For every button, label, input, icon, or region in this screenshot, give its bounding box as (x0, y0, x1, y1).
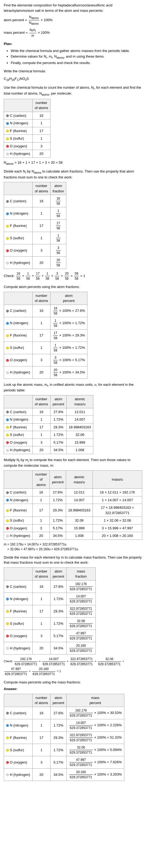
element-nitrogen: N (nitrogen) (4, 416, 33, 424)
sulfur-atom-pct: 1.72% (50, 431, 66, 439)
fluorine-atom-pct: 29.3% (50, 504, 66, 517)
carbon-atoms: 16 (32, 195, 50, 207)
hydrogen-atom-pct: 34.5% (50, 532, 66, 540)
fraction-check: Check: 1658 + 158 + 1758 + 158 + 358 + 2… (4, 271, 142, 281)
mass-fraction-table: numberof atoms atompercent massfraction … (4, 567, 96, 654)
mass-percent-formula: mass percent = Nimim × 100% (4, 28, 142, 38)
sulfur-atom-pct: 1.72% (50, 744, 66, 756)
col-header-mass-percent: masspercent (67, 694, 124, 707)
molecular-mass-total: m = 192.176u + 14.007u + 322.972853771u … (4, 542, 142, 552)
element-hydrogen: H (hydrogen) (4, 532, 33, 540)
carbon-atoms: 16 (32, 707, 50, 719)
atom-percent-formula: atom percent = NatomsNatoms × 100% (4, 15, 142, 26)
element-hydrogen: H (hydrogen) (4, 768, 33, 781)
intro-text: Find the elemental composition for hepta… (4, 3, 142, 38)
nitrogen-mass-frac: 14.007629.372853771 (67, 593, 96, 605)
table-row: H (hydrogen) 20 2058 × 100% = 34.5% (4, 366, 87, 378)
sulfur-atoms: 1 (32, 617, 50, 629)
hydrogen-mass: 1.008 (67, 446, 93, 454)
carbon-mass-u: 16 × 12.011 = 192.176 (93, 489, 142, 496)
element-fluorine: F (fluorine) (4, 504, 33, 517)
table-row: S (sulfur) 1 1.72% 32.06 (4, 431, 93, 439)
hydrogen-mass-frac: 20.160629.372853771 (67, 642, 96, 654)
sulfur-mass-pct: 32.06629.372853771 × 100% = 5.094% (67, 744, 124, 756)
table-row: N (nitrogen) 1 1.72% 14.007629.372853771… (4, 719, 124, 732)
molecular-mass-section: Multiply Ni by mi to compute the mass fo… (4, 457, 142, 552)
write-formula-label: Write the chemical formula: (4, 69, 142, 74)
element-fluorine: F (fluorine) (4, 127, 33, 135)
element-hydrogen: H (hydrogen) (4, 642, 33, 654)
sulfur-atoms: 1 (32, 744, 50, 756)
chemical-formula: C16H20F17NO3S (4, 76, 142, 82)
carbon-atom-pct: 27.6% (50, 489, 66, 496)
atom-fraction-table: numberof atoms atomfraction C (carbon) 1… (4, 182, 66, 269)
element-oxygen: O (oxygen) (4, 629, 33, 642)
nitrogen-atoms: 1 (32, 719, 50, 732)
plan-step-2: Determine values for Ni, mi, Natoms, and… (11, 54, 142, 60)
table-row: S (sulfur) 1 1.72% 32.06629.372853771 (4, 617, 96, 629)
element-oxygen: O (oxygen) (4, 244, 33, 257)
nitrogen-atom-pct: 1.72% (50, 719, 66, 732)
element-fluorine: F (fluorine) (4, 329, 33, 342)
sulfur-atom-pct: 1.72% (50, 617, 66, 629)
fluorine-fraction: 1758 (50, 220, 66, 232)
element-oxygen: O (oxygen) (4, 354, 33, 366)
hydrogen-atoms: 20 (32, 768, 50, 781)
fluorine-atoms: 17 (32, 127, 50, 135)
table-row: F (fluorine) 17 (4, 127, 50, 135)
oxygen-atom-pct: 5.17% (50, 524, 66, 532)
oxygen-atom-percent: 358 × 100% = 5.17% (50, 354, 87, 366)
table-row: C (carbon) 16 27.6% 192.176629.372853771 (4, 580, 96, 593)
element-fluorine: F (fluorine) (4, 732, 33, 744)
fluorine-atoms: 17 (32, 732, 50, 744)
table-row: F (fluorine) 17 29.3% 322.972853771629.3… (4, 732, 124, 744)
chemical-formula-section: Write the chemical formula: C16H20F17NO3… (4, 69, 142, 82)
table-row: O (oxygen) 3 358 × 100% = 5.17% (4, 354, 87, 366)
plan-section: Plan: Write the chemical formula and gat… (4, 41, 142, 65)
oxygen-atoms: 3 (32, 439, 50, 446)
oxygen-atomic-mass: 15.999 (66, 524, 93, 532)
nitrogen-mass-u: 1 × 14.007 = 14.007 (93, 496, 142, 504)
plan-step-3: Finally, compute the percents and check … (11, 60, 142, 66)
oxygen-atoms: 3 (32, 244, 50, 257)
nitrogen-mass-pct: 14.007629.372853771 × 100% = 2.226% (67, 719, 124, 732)
col-header-element (4, 99, 33, 112)
table-row: N (nitrogen) 1 1.72% 14.007 1 × 14.007 =… (4, 496, 142, 504)
oxygen-atoms: 3 (32, 756, 50, 768)
col-header-percent: atompercent (50, 292, 87, 305)
element-nitrogen: N (nitrogen) (4, 317, 33, 329)
nitrogen-atomic-mass: 14.007 (66, 496, 93, 504)
sulfur-atoms: 1 (32, 232, 50, 244)
table-row: O (oxygen) 3 358 (4, 244, 66, 257)
plan-list: Write the chemical formula and gather at… (6, 48, 142, 66)
sulfur-atom-pct: 1.72% (50, 517, 66, 525)
mass-fraction-section: Divide the mass for each element by m to… (4, 555, 142, 677)
mass-percent-section: Compute mass percents using the mass fra… (4, 680, 142, 781)
col-header-atom-percent: atompercent (50, 395, 66, 408)
carbon-mass-pct: 192.176629.372853771 × 100% = 30.53% (67, 707, 124, 719)
hydrogen-atomic-mass: 1.008 (66, 532, 93, 540)
table-row: F (fluorine) 17 29.3% 18.998403163 (4, 423, 93, 431)
hydrogen-atoms: 20 (32, 257, 50, 269)
atom-count-section: Use the chemical formula to count the nu… (4, 85, 142, 165)
nitrogen-mass: 14.007 (67, 416, 93, 424)
sulfur-atom-percent: 158 × 100% = 1.72% (50, 342, 87, 354)
oxygen-atom-pct: 5.17% (50, 756, 66, 768)
fluorine-atom-percent: 1758 × 100% = 29.3% (50, 329, 87, 342)
table-row: H (hydrogen) 20 2058 (4, 257, 66, 269)
sulfur-atomic-mass: 32.06 (66, 517, 93, 525)
table-row: C (carbon) 16 1658 (4, 195, 66, 207)
atom-percent-title: Compute atom percents using the atom fra… (4, 284, 142, 289)
oxygen-atoms: 3 (32, 354, 50, 366)
oxygen-atoms: 3 (32, 629, 50, 642)
element-carbon: C (carbon) (4, 305, 33, 317)
element-carbon: C (carbon) (4, 489, 33, 496)
hydrogen-atoms: 20 (32, 150, 50, 158)
hydrogen-atom-pct: 34.5% (50, 642, 66, 654)
carbon-fraction: 1658 (50, 195, 66, 207)
nitrogen-atoms: 1 (32, 496, 50, 504)
carbon-atoms: 16 (32, 580, 50, 593)
element-hydrogen: H (hydrogen) (4, 150, 33, 158)
mass-percent-label: Compute mass percents using the mass fra… (4, 680, 142, 685)
table-row: F (fluorine) 17 29.3% 322.972853771629.3… (4, 605, 96, 617)
